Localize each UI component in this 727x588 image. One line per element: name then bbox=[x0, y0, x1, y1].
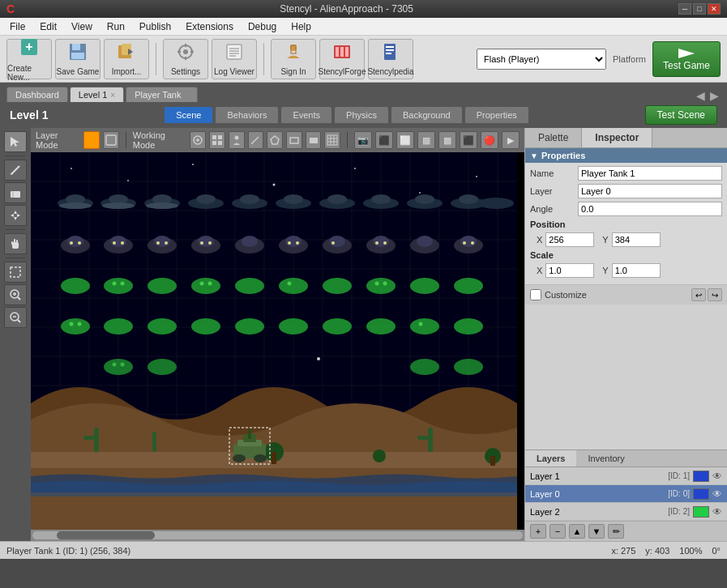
wm-btn-rect[interactable] bbox=[286, 131, 302, 149]
hscroll-track[interactable] bbox=[32, 531, 523, 539]
maximize-button[interactable]: □ bbox=[693, 3, 706, 15]
layer-row-2[interactable]: Layer 2 [ID: 2] 👁 bbox=[525, 503, 727, 521]
tab-level1-close[interactable]: × bbox=[110, 91, 115, 100]
import-button[interactable]: Import... bbox=[104, 39, 149, 79]
game-canvas[interactable] bbox=[31, 152, 524, 530]
move-layer-up-button[interactable]: ▲ bbox=[569, 524, 585, 539]
test-game-button[interactable]: Test Game bbox=[652, 41, 721, 77]
grid-btn3[interactable]: ▦ bbox=[417, 131, 435, 149]
close-button[interactable]: ✕ bbox=[708, 3, 721, 15]
angle-input[interactable] bbox=[578, 202, 722, 216]
create-new-button[interactable]: + Create New... bbox=[6, 39, 52, 79]
wm-btn-fill[interactable] bbox=[306, 131, 322, 149]
menu-extensions[interactable]: Extensions bbox=[179, 19, 240, 34]
tab-dashboard[interactable]: Dashboard bbox=[6, 87, 68, 102]
region-tool-button[interactable] bbox=[4, 262, 27, 283]
wm-btn-tile[interactable] bbox=[209, 131, 225, 149]
level-tab-scene[interactable]: Scene bbox=[164, 106, 213, 124]
hand-tool-button[interactable] bbox=[4, 233, 27, 254]
move-tool-button[interactable] bbox=[4, 205, 27, 226]
inspector-tab[interactable]: Inspector bbox=[582, 128, 652, 147]
wm-btn-poly[interactable] bbox=[267, 131, 283, 149]
stencylpedia-button[interactable]: Stencylpedia bbox=[368, 39, 413, 79]
wm-btn-grid[interactable] bbox=[324, 131, 340, 149]
menu-view[interactable]: View bbox=[65, 19, 99, 34]
remove-layer-button[interactable]: − bbox=[550, 524, 566, 539]
grid-btn5[interactable]: ⬛ bbox=[460, 131, 477, 149]
eraser-tool-button[interactable] bbox=[4, 182, 27, 203]
level-tab-properties[interactable]: Properties bbox=[464, 106, 529, 124]
layer-input[interactable] bbox=[578, 184, 722, 198]
menu-debug[interactable]: Debug bbox=[242, 19, 283, 34]
minimize-button[interactable]: ─ bbox=[678, 3, 691, 15]
move-layer-down-button[interactable]: ▼ bbox=[588, 524, 605, 539]
layer-row-1[interactable]: Layer 1 [ID: 1] 👁 bbox=[525, 467, 727, 485]
tab-player-tank[interactable]: Player Tank × bbox=[126, 87, 198, 102]
wm-btn-actor[interactable] bbox=[229, 131, 245, 149]
layer-2-visibility[interactable]: 👁 bbox=[712, 506, 722, 518]
sound-btn[interactable]: 🔴 bbox=[481, 131, 498, 149]
window-controls[interactable]: ─ □ ✕ bbox=[678, 3, 721, 15]
svg-point-174 bbox=[208, 282, 212, 286]
palette-tab[interactable]: Palette bbox=[525, 128, 582, 147]
horizontal-scrollbar[interactable] bbox=[31, 530, 524, 541]
add-layer-button[interactable]: + bbox=[530, 524, 546, 539]
svg-point-187 bbox=[104, 318, 133, 334]
menu-run[interactable]: Run bbox=[100, 19, 131, 34]
select-tool-button[interactable] bbox=[4, 131, 27, 152]
scale-y-input[interactable] bbox=[612, 263, 661, 278]
layers-tab-layers[interactable]: Layers bbox=[525, 450, 576, 467]
customize-fwd-btn[interactable]: ↪ bbox=[708, 288, 722, 301]
stencylforge-button[interactable]: StencylForge bbox=[319, 39, 365, 79]
grid-btn4[interactable]: ▩ bbox=[438, 131, 456, 149]
play-btn[interactable]: ▶ bbox=[502, 131, 520, 149]
scale-x-input[interactable] bbox=[545, 263, 594, 278]
name-input[interactable] bbox=[578, 166, 722, 181]
zoom-in-button[interactable] bbox=[4, 284, 27, 305]
menu-publish[interactable]: Publish bbox=[133, 19, 177, 34]
level-tab-background[interactable]: Background bbox=[391, 106, 463, 124]
tab-level1[interactable]: Level 1 × bbox=[70, 87, 124, 102]
pencil-tool-button[interactable] bbox=[4, 160, 27, 181]
test-scene-button[interactable]: Test Scene bbox=[645, 105, 717, 125]
layer-2-color[interactable] bbox=[693, 506, 709, 518]
customize-back-btn[interactable]: ↩ bbox=[691, 288, 706, 301]
customize-checkbox[interactable] bbox=[530, 289, 541, 300]
edit-layer-button[interactable]: ✏ bbox=[608, 524, 624, 539]
layers-tab-inventory[interactable]: Inventory bbox=[576, 450, 635, 467]
level-tab-physics[interactable]: Physics bbox=[334, 106, 389, 124]
menu-file[interactable]: File bbox=[3, 19, 32, 34]
hscroll-thumb[interactable] bbox=[57, 531, 155, 539]
svg-point-173 bbox=[200, 282, 204, 286]
grid-btn1[interactable]: ⬛ bbox=[375, 131, 393, 149]
wm-btn-place[interactable] bbox=[190, 131, 206, 149]
menu-edit[interactable]: Edit bbox=[33, 19, 63, 34]
layer-1-visibility[interactable]: 👁 bbox=[712, 471, 722, 482]
save-game-button[interactable]: Save Game bbox=[55, 39, 100, 79]
pos-x-input[interactable] bbox=[545, 232, 594, 247]
layer-mode-btn2[interactable] bbox=[103, 131, 119, 149]
svg-point-158 bbox=[373, 236, 389, 247]
layer-0-visibility[interactable]: 👁 bbox=[712, 488, 722, 500]
tab-prev-arrow[interactable]: ◀ bbox=[695, 89, 707, 102]
pos-y-input[interactable] bbox=[612, 232, 661, 247]
camera-btn[interactable]: 📷 bbox=[354, 131, 372, 149]
zoom-out-button[interactable] bbox=[4, 307, 27, 328]
wm-btn-pencil[interactable] bbox=[248, 131, 264, 149]
svg-point-165 bbox=[463, 241, 466, 245]
level-tab-events[interactable]: Events bbox=[280, 106, 332, 124]
level-tab-behaviors[interactable]: Behaviors bbox=[215, 106, 279, 124]
settings-button[interactable]: Settings bbox=[163, 39, 208, 79]
layer-0-color[interactable] bbox=[693, 488, 709, 500]
platform-select[interactable]: Flash (Player) Flash (Projector) iOS And… bbox=[477, 49, 606, 70]
layer-row-0[interactable]: Layer 0 [ID: 0] 👁 bbox=[525, 485, 727, 503]
layer-1-color[interactable] bbox=[693, 471, 709, 482]
name-label: Name bbox=[530, 168, 575, 178]
layer-mode-btn1[interactable] bbox=[83, 131, 100, 149]
log-viewer-button[interactable]: Log Viewer bbox=[212, 39, 257, 79]
menu-help[interactable]: Help bbox=[284, 19, 318, 34]
sign-in-button[interactable]: Sign In bbox=[271, 39, 316, 79]
grid-btn2[interactable]: ⬜ bbox=[396, 131, 414, 149]
tab-player-tank-close[interactable]: × bbox=[184, 91, 189, 100]
tab-next-arrow[interactable]: ▶ bbox=[708, 89, 721, 102]
